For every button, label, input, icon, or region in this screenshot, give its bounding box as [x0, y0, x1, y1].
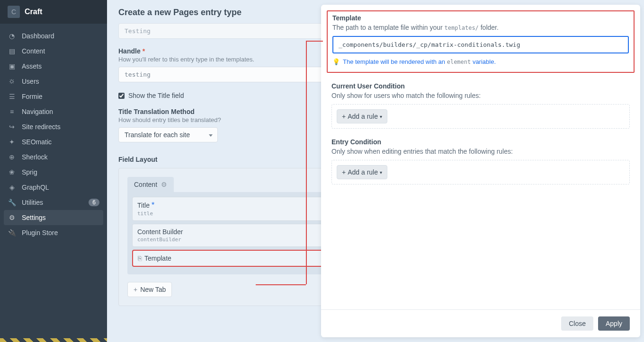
seo-icon: ✦: [8, 138, 16, 146]
sidebar-item-label: Sprig: [22, 168, 37, 176]
sidebar-item-utilities[interactable]: 🔧Utilities6: [0, 195, 107, 210]
user-condition-block: Current User Condition Only show for use…: [331, 82, 630, 129]
apply-button[interactable]: Apply: [598, 316, 630, 331]
plus-icon: +: [342, 168, 346, 176]
layout-tab[interactable]: Content ⚙: [127, 177, 174, 192]
entry-condition-desc: Only show when editing entries that matc…: [331, 148, 630, 155]
gauge-icon: ◔: [8, 32, 16, 40]
panel-footer: Close Apply: [321, 309, 640, 337]
sidebar-item-seomatic[interactable]: ✦SEOmatic: [0, 134, 107, 149]
sidebar-item-label: SEOmatic: [22, 138, 52, 146]
new-tab-label: New Tab: [140, 286, 166, 293]
sidebar-item-label: GraphQL: [22, 184, 49, 191]
users-icon: ⛭: [8, 78, 16, 85]
app-name: Craft: [25, 8, 42, 16]
annotation-connector: [256, 284, 306, 285]
sidebar-item-formie[interactable]: ☰Formie: [0, 89, 107, 104]
app-logo[interactable]: C: [8, 6, 20, 18]
field-name: Content Builder: [137, 228, 183, 236]
plug-icon: 🔌: [8, 229, 16, 237]
sidebar-item-navigation[interactable]: ≡Navigation: [0, 104, 107, 119]
field-handle: contentBuilder: [137, 237, 183, 243]
annotation-connector: [306, 41, 323, 42]
sidebar-header: C Craft: [0, 0, 107, 24]
image-icon: ▣: [8, 62, 16, 70]
sidebar-item-plugin-store[interactable]: 🔌Plugin Store: [0, 225, 107, 240]
new-tab-button[interactable]: +New Tab: [127, 282, 172, 297]
entry-condition-block: Entry Condition Only show when editing e…: [331, 138, 630, 184]
add-rule-label: Add a rule: [348, 168, 378, 176]
template-tip: 💡 The template will be rendered with an …: [332, 58, 629, 65]
add-user-rule-button[interactable]: + Add a rule ▾: [337, 109, 387, 123]
chevron-down-icon: ▾: [380, 170, 382, 175]
annotation-connector: [306, 41, 307, 284]
sidebar-item-redirects[interactable]: ↪Site redirects: [0, 119, 107, 134]
plus-icon: +: [134, 286, 137, 293]
leaf-icon: ❀: [8, 168, 16, 176]
settings-panel: Template The path to a template file wit…: [321, 5, 640, 337]
sidebar-item-dashboard[interactable]: ◔Dashboard: [0, 28, 107, 44]
show-title-label: Show the Title field: [128, 92, 184, 99]
plus-icon: +: [342, 113, 346, 120]
sidebar: C Craft ◔Dashboard ▤Content ▣Assets ⛭Use…: [0, 0, 107, 342]
lightbulb-icon: 💡: [332, 58, 340, 65]
sidebar-item-label: Assets: [22, 62, 42, 70]
field-handle: title: [137, 210, 154, 217]
user-condition-rules: + Add a rule ▾: [331, 104, 630, 129]
user-condition-desc: Only show for users who match the follow…: [331, 92, 630, 99]
utilities-badge: 6: [89, 199, 99, 206]
sidebar-item-assets[interactable]: ▣Assets: [0, 59, 107, 74]
gear-icon[interactable]: ⚙: [161, 181, 167, 188]
sidebar-footer-stripe: [0, 338, 107, 342]
sidebar-item-label: Site redirects: [22, 123, 61, 131]
close-button[interactable]: Close: [561, 316, 593, 331]
layout-tab-label: Content: [134, 181, 157, 188]
gear-icon: ⚙: [8, 214, 16, 221]
ttm-select[interactable]: Translate for each site: [118, 127, 218, 142]
sidebar-item-graphql[interactable]: ◈GraphQL: [0, 180, 107, 195]
sidebar-item-label: Formie: [22, 93, 43, 100]
add-entry-rule-button[interactable]: + Add a rule ▾: [337, 165, 387, 179]
sidebar-item-label: Navigation: [22, 108, 53, 115]
template-path-input[interactable]: [332, 36, 629, 53]
nav-icon: ≡: [8, 108, 16, 115]
redirect-icon: ↪: [8, 123, 16, 131]
user-condition-label: Current User Condition: [331, 82, 630, 90]
add-rule-label: Add a rule: [348, 113, 378, 120]
entry-condition-rules: + Add a rule ▾: [331, 160, 630, 184]
wrench-icon: 🔧: [8, 199, 16, 206]
sidebar-nav: ◔Dashboard ▤Content ▣Assets ⛭Users ☰Form…: [0, 24, 107, 240]
sidebar-item-settings[interactable]: ⚙Settings: [4, 210, 103, 225]
globe-icon: ⊕: [8, 153, 16, 161]
template-setting-highlight: Template The path to a template file wit…: [327, 10, 635, 73]
sidebar-item-label: Content: [22, 47, 45, 55]
sidebar-item-sprig[interactable]: ❀Sprig: [0, 165, 107, 180]
sidebar-item-sherlock[interactable]: ⊕Sherlock: [0, 149, 107, 165]
sidebar-item-label: Settings: [22, 214, 46, 221]
sidebar-item-label: Dashboard: [22, 32, 54, 40]
sidebar-item-label: Users: [22, 78, 39, 85]
newspaper-icon: ▤: [8, 47, 16, 55]
sidebar-item-content[interactable]: ▤Content: [0, 44, 107, 59]
sidebar-item-label: Sherlock: [22, 153, 47, 161]
graphql-icon: ◈: [8, 184, 16, 191]
template-icon: ⎘: [138, 254, 142, 262]
sidebar-item-label: Utilities: [22, 199, 43, 206]
form-icon: ☰: [8, 93, 16, 100]
chevron-down-icon: ▾: [380, 114, 382, 119]
template-desc: The path to a template file within your …: [332, 24, 629, 31]
sidebar-item-label: Plugin Store: [22, 229, 58, 237]
entry-condition-label: Entry Condition: [331, 138, 630, 146]
field-name: ⎘Template: [138, 254, 171, 262]
sidebar-item-users[interactable]: ⛭Users: [0, 74, 107, 89]
template-label: Template: [332, 14, 629, 22]
field-name: Title*: [137, 201, 154, 210]
show-title-checkbox[interactable]: [118, 93, 125, 99]
